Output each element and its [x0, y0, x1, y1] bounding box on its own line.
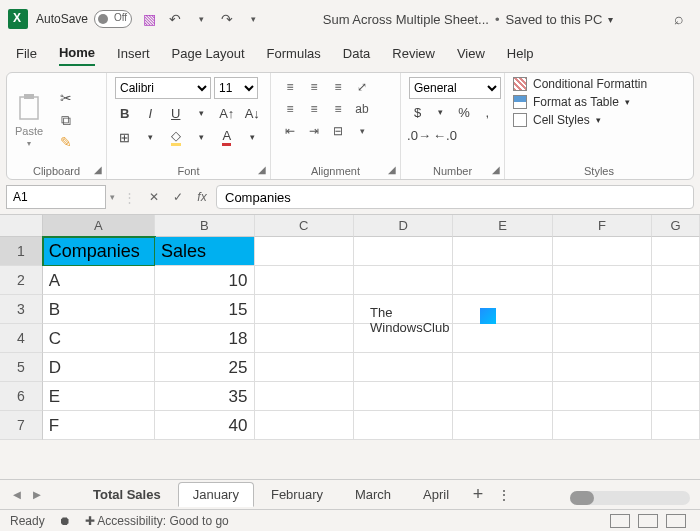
format-as-table-button[interactable]: Format as Table▾: [513, 95, 685, 109]
page-break-view-icon[interactable]: [666, 514, 686, 528]
cell-C6[interactable]: [255, 382, 354, 411]
currency-icon[interactable]: $: [409, 102, 426, 122]
decrease-indent-icon[interactable]: ⇤: [279, 121, 301, 141]
cell-B6[interactable]: 35: [155, 382, 254, 411]
fx-icon[interactable]: fx: [192, 190, 212, 204]
cell-G1[interactable]: [652, 237, 700, 266]
cell-G4[interactable]: [652, 324, 700, 353]
cell-F1[interactable]: [553, 237, 652, 266]
cell-F4[interactable]: [553, 324, 652, 353]
undo-dropdown-icon[interactable]: ▾: [192, 10, 210, 28]
normal-view-icon[interactable]: [610, 514, 630, 528]
tab-review[interactable]: Review: [392, 46, 435, 65]
underline-dropdown[interactable]: ▾: [192, 103, 212, 123]
cell-B4[interactable]: 18: [155, 324, 254, 353]
row-header-1[interactable]: 1: [0, 237, 43, 266]
align-right-icon[interactable]: ≡: [327, 99, 349, 119]
column-header-E[interactable]: E: [453, 215, 552, 237]
borders-dropdown[interactable]: ▾: [141, 127, 161, 147]
cell-C1[interactable]: [255, 237, 354, 266]
cancel-formula-icon[interactable]: ✕: [144, 190, 164, 204]
increase-font-icon[interactable]: A↑: [217, 103, 237, 123]
number-format-select[interactable]: General: [409, 77, 501, 99]
cell-D1[interactable]: [354, 237, 453, 266]
page-layout-view-icon[interactable]: [638, 514, 658, 528]
tab-file[interactable]: File: [16, 46, 37, 65]
column-header-C[interactable]: C: [255, 215, 354, 237]
cell-E5[interactable]: [453, 353, 552, 382]
tab-view[interactable]: View: [457, 46, 485, 65]
cell-A6[interactable]: E: [43, 382, 155, 411]
cell-G5[interactable]: [652, 353, 700, 382]
number-launcher-icon[interactable]: ◢: [492, 164, 500, 175]
chevron-down-icon[interactable]: ▾: [608, 14, 613, 25]
align-middle-icon[interactable]: ≡: [303, 77, 325, 97]
cell-G2[interactable]: [652, 266, 700, 295]
cell-E4[interactable]: [453, 324, 552, 353]
merge-dropdown[interactable]: ▾: [351, 121, 373, 141]
cell-A1[interactable]: Companies: [43, 237, 155, 266]
comma-icon[interactable]: ,: [479, 102, 496, 122]
align-bottom-icon[interactable]: ≡: [327, 77, 349, 97]
align-top-icon[interactable]: ≡: [279, 77, 301, 97]
bold-button[interactable]: B: [115, 103, 135, 123]
cell-F6[interactable]: [553, 382, 652, 411]
wrap-text-icon[interactable]: ab: [351, 99, 373, 119]
cell-D5[interactable]: [354, 353, 453, 382]
cell-G3[interactable]: [652, 295, 700, 324]
enter-formula-icon[interactable]: ✓: [168, 190, 188, 204]
namebox-dropdown-icon[interactable]: ▾: [110, 192, 115, 202]
sheet-tab-march[interactable]: March: [340, 482, 406, 507]
cell-F7[interactable]: [553, 411, 652, 440]
row-header-3[interactable]: 3: [0, 295, 43, 324]
scrollbar-thumb[interactable]: [570, 491, 594, 505]
row-header-6[interactable]: 6: [0, 382, 43, 411]
italic-button[interactable]: I: [141, 103, 161, 123]
cell-G7[interactable]: [652, 411, 700, 440]
cell-C2[interactable]: [255, 266, 354, 295]
borders-icon[interactable]: ⊞: [115, 127, 135, 147]
conditional-formatting-button[interactable]: Conditional Formattin: [513, 77, 685, 91]
increase-indent-icon[interactable]: ⇥: [303, 121, 325, 141]
row-header-4[interactable]: 4: [0, 324, 43, 353]
cell-C3[interactable]: [255, 295, 354, 324]
toggle-switch[interactable]: Off: [94, 10, 132, 28]
cell-A4[interactable]: C: [43, 324, 155, 353]
horizontal-scrollbar[interactable]: [570, 491, 690, 505]
copy-icon[interactable]: ⧉: [57, 112, 75, 128]
cell-G6[interactable]: [652, 382, 700, 411]
paste-button[interactable]: Paste ▾: [15, 93, 43, 148]
autosave-toggle[interactable]: AutoSave Off: [36, 10, 132, 28]
column-header-F[interactable]: F: [553, 215, 652, 237]
cell-E1[interactable]: [453, 237, 552, 266]
cell-E3[interactable]: [453, 295, 552, 324]
sheet-tab-april[interactable]: April: [408, 482, 464, 507]
align-left-icon[interactable]: ≡: [279, 99, 301, 119]
column-header-B[interactable]: B: [155, 215, 254, 237]
tab-insert[interactable]: Insert: [117, 46, 150, 65]
tab-data[interactable]: Data: [343, 46, 370, 65]
percent-icon[interactable]: %: [456, 102, 473, 122]
underline-button[interactable]: U: [166, 103, 186, 123]
font-size-select[interactable]: 11: [214, 77, 258, 99]
column-header-D[interactable]: D: [354, 215, 453, 237]
save-icon[interactable]: ▧: [140, 10, 158, 28]
formula-input[interactable]: [216, 185, 694, 209]
alignment-launcher-icon[interactable]: ◢: [388, 164, 396, 175]
cell-A7[interactable]: F: [43, 411, 155, 440]
sheet-tab-february[interactable]: February: [256, 482, 338, 507]
sheet-tab-total-sales[interactable]: Total Sales: [78, 482, 176, 507]
cell-D7[interactable]: [354, 411, 453, 440]
cell-F3[interactable]: [553, 295, 652, 324]
cell-D2[interactable]: [354, 266, 453, 295]
cell-A2[interactable]: A: [43, 266, 155, 295]
new-sheet-button[interactable]: +: [466, 484, 490, 505]
select-all-corner[interactable]: [0, 215, 43, 237]
cell-B7[interactable]: 40: [155, 411, 254, 440]
tab-page-layout[interactable]: Page Layout: [172, 46, 245, 65]
cell-F2[interactable]: [553, 266, 652, 295]
sheet-tab-january[interactable]: January: [178, 482, 254, 507]
tab-home[interactable]: Home: [59, 45, 95, 66]
redo-icon[interactable]: ↷: [218, 10, 236, 28]
font-name-select[interactable]: Calibri: [115, 77, 211, 99]
